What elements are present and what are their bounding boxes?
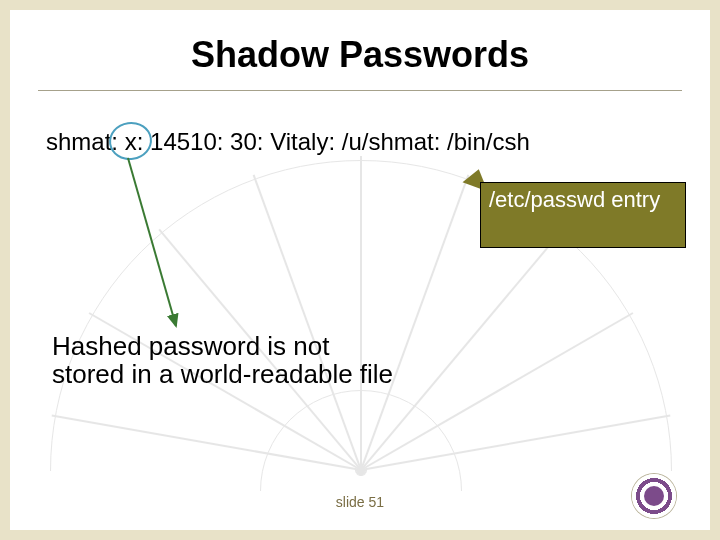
slide-number: slide 51	[10, 494, 710, 510]
arrow-to-explanation	[90, 140, 230, 340]
slide-title: Shadow Passwords	[10, 34, 710, 76]
explanation-text: Hashed password is notstored in a world-…	[52, 332, 393, 388]
svg-line-0	[128, 158, 176, 326]
title-divider	[38, 90, 682, 91]
slide-inner: Shadow Passwords shmat: x: 14510: 30: Vi…	[10, 10, 710, 530]
seal-icon	[632, 474, 676, 518]
etc-passwd-callout: /etc/passwd entry	[480, 182, 686, 248]
